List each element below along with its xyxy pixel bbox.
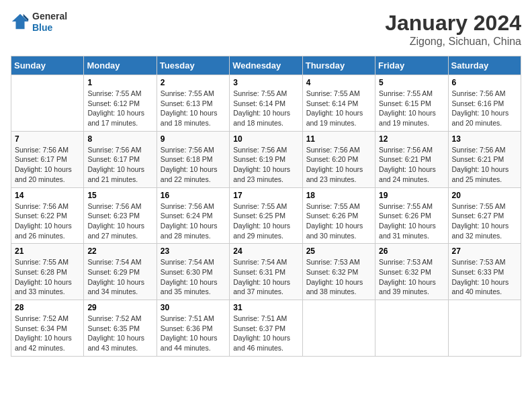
day-info: Sunrise: 7:56 AMSunset: 6:17 PMDaylight:…	[15, 145, 80, 185]
calendar-week-4: 21Sunrise: 7:55 AMSunset: 6:28 PMDayligh…	[11, 244, 521, 300]
day-number: 8	[87, 134, 152, 144]
logo-text: General Blue	[32, 11, 67, 34]
calendar-header-tuesday: Tuesday	[157, 56, 229, 75]
day-info: Sunrise: 7:56 AMSunset: 6:16 PMDaylight:…	[452, 89, 517, 128]
day-number: 22	[87, 246, 152, 256]
logo-general: General	[32, 11, 67, 22]
calendar-cell: 4Sunrise: 7:55 AMSunset: 6:14 PMDaylight…	[302, 75, 375, 132]
day-info: Sunrise: 7:56 AMSunset: 6:22 PMDaylight:…	[15, 201, 80, 241]
day-info: Sunrise: 7:56 AMSunset: 6:18 PMDaylight:…	[161, 145, 226, 185]
day-info: Sunrise: 7:56 AMSunset: 6:17 PMDaylight:…	[87, 145, 152, 185]
calendar-header-wednesday: Wednesday	[230, 56, 302, 75]
day-number: 1	[87, 78, 152, 87]
calendar-cell: 6Sunrise: 7:56 AMSunset: 6:16 PMDaylight…	[448, 75, 521, 132]
day-info: Sunrise: 7:51 AMSunset: 6:36 PMDaylight:…	[161, 314, 226, 353]
calendar-cell: 31Sunrise: 7:51 AMSunset: 6:37 PMDayligh…	[230, 300, 302, 357]
calendar-cell	[302, 300, 375, 357]
page-header: General Blue January 2024 Zigong, Sichua…	[11, 11, 521, 48]
day-info: Sunrise: 7:55 AMSunset: 6:15 PMDaylight:…	[379, 89, 444, 128]
calendar-cell: 7Sunrise: 7:56 AMSunset: 6:17 PMDaylight…	[11, 131, 84, 187]
day-number: 3	[233, 78, 298, 87]
calendar-header-thursday: Thursday	[302, 56, 375, 75]
day-info: Sunrise: 7:56 AMSunset: 6:21 PMDaylight:…	[452, 145, 517, 185]
day-info: Sunrise: 7:56 AMSunset: 6:20 PMDaylight:…	[306, 145, 371, 185]
calendar-cell	[11, 75, 84, 132]
day-number: 18	[306, 191, 371, 200]
day-number: 24	[233, 246, 298, 256]
day-number: 5	[379, 78, 444, 87]
day-number: 29	[87, 303, 152, 312]
day-info: Sunrise: 7:54 AMSunset: 6:29 PMDaylight:…	[87, 257, 152, 297]
calendar-cell	[448, 300, 521, 357]
day-info: Sunrise: 7:56 AMSunset: 6:24 PMDaylight:…	[161, 201, 226, 241]
day-number: 25	[306, 246, 371, 256]
calendar-cell: 11Sunrise: 7:56 AMSunset: 6:20 PMDayligh…	[302, 131, 375, 187]
day-info: Sunrise: 7:53 AMSunset: 6:32 PMDaylight:…	[379, 257, 444, 297]
calendar-week-1: 1Sunrise: 7:55 AMSunset: 6:12 PMDaylight…	[11, 75, 521, 132]
day-info: Sunrise: 7:55 AMSunset: 6:27 PMDaylight:…	[452, 201, 517, 241]
calendar-week-2: 7Sunrise: 7:56 AMSunset: 6:17 PMDaylight…	[11, 131, 521, 187]
calendar-cell: 12Sunrise: 7:56 AMSunset: 6:21 PMDayligh…	[375, 131, 448, 187]
day-info: Sunrise: 7:53 AMSunset: 6:32 PMDaylight:…	[306, 257, 371, 297]
calendar-cell: 10Sunrise: 7:56 AMSunset: 6:19 PMDayligh…	[230, 131, 302, 187]
calendar-cell: 23Sunrise: 7:54 AMSunset: 6:30 PMDayligh…	[157, 244, 229, 300]
calendar-body: 1Sunrise: 7:55 AMSunset: 6:12 PMDaylight…	[11, 75, 521, 357]
logo-icon	[11, 13, 30, 32]
day-number: 20	[452, 191, 517, 200]
calendar-cell: 24Sunrise: 7:54 AMSunset: 6:31 PMDayligh…	[230, 244, 302, 300]
day-number: 21	[15, 246, 80, 256]
day-info: Sunrise: 7:56 AMSunset: 6:23 PMDaylight:…	[87, 201, 152, 241]
day-info: Sunrise: 7:52 AMSunset: 6:35 PMDaylight:…	[87, 314, 152, 353]
calendar-cell: 14Sunrise: 7:56 AMSunset: 6:22 PMDayligh…	[11, 187, 84, 244]
calendar-header-friday: Friday	[375, 56, 448, 75]
calendar-header-monday: Monday	[84, 56, 157, 75]
day-number: 30	[161, 303, 226, 312]
calendar-cell: 28Sunrise: 7:52 AMSunset: 6:34 PMDayligh…	[11, 300, 84, 357]
calendar-cell: 1Sunrise: 7:55 AMSunset: 6:12 PMDaylight…	[84, 75, 157, 132]
day-number: 11	[306, 134, 371, 144]
logo: General Blue	[11, 11, 67, 34]
day-info: Sunrise: 7:55 AMSunset: 6:26 PMDaylight:…	[306, 201, 371, 241]
day-number: 9	[161, 134, 226, 144]
calendar-week-5: 28Sunrise: 7:52 AMSunset: 6:34 PMDayligh…	[11, 300, 521, 357]
calendar-cell: 22Sunrise: 7:54 AMSunset: 6:29 PMDayligh…	[84, 244, 157, 300]
calendar-cell: 17Sunrise: 7:55 AMSunset: 6:25 PMDayligh…	[230, 187, 302, 244]
calendar-cell: 13Sunrise: 7:56 AMSunset: 6:21 PMDayligh…	[448, 131, 521, 187]
day-info: Sunrise: 7:55 AMSunset: 6:13 PMDaylight:…	[161, 89, 226, 128]
calendar-cell: 29Sunrise: 7:52 AMSunset: 6:35 PMDayligh…	[84, 300, 157, 357]
calendar-cell: 21Sunrise: 7:55 AMSunset: 6:28 PMDayligh…	[11, 244, 84, 300]
day-number: 4	[306, 78, 371, 87]
calendar-cell: 20Sunrise: 7:55 AMSunset: 6:27 PMDayligh…	[448, 187, 521, 244]
day-number: 15	[87, 191, 152, 200]
calendar-cell: 15Sunrise: 7:56 AMSunset: 6:23 PMDayligh…	[84, 187, 157, 244]
day-number: 13	[452, 134, 517, 144]
calendar-cell: 25Sunrise: 7:53 AMSunset: 6:32 PMDayligh…	[302, 244, 375, 300]
day-info: Sunrise: 7:55 AMSunset: 6:25 PMDaylight:…	[233, 201, 298, 241]
calendar-cell: 2Sunrise: 7:55 AMSunset: 6:13 PMDaylight…	[157, 75, 229, 132]
calendar-cell: 19Sunrise: 7:55 AMSunset: 6:26 PMDayligh…	[375, 187, 448, 244]
day-info: Sunrise: 7:55 AMSunset: 6:12 PMDaylight:…	[87, 89, 152, 128]
calendar-cell: 26Sunrise: 7:53 AMSunset: 6:32 PMDayligh…	[375, 244, 448, 300]
page-title: January 2024	[385, 11, 521, 36]
calendar-cell: 16Sunrise: 7:56 AMSunset: 6:24 PMDayligh…	[157, 187, 229, 244]
day-info: Sunrise: 7:51 AMSunset: 6:37 PMDaylight:…	[233, 314, 298, 353]
calendar-header-row: SundayMondayTuesdayWednesdayThursdayFrid…	[11, 56, 521, 75]
day-number: 12	[379, 134, 444, 144]
day-info: Sunrise: 7:52 AMSunset: 6:34 PMDaylight:…	[15, 314, 80, 353]
day-number: 14	[15, 191, 80, 200]
calendar-cell: 8Sunrise: 7:56 AMSunset: 6:17 PMDaylight…	[84, 131, 157, 187]
logo-blue: Blue	[32, 22, 67, 34]
calendar-cell: 18Sunrise: 7:55 AMSunset: 6:26 PMDayligh…	[302, 187, 375, 244]
day-number: 10	[233, 134, 298, 144]
day-number: 7	[15, 134, 80, 144]
day-info: Sunrise: 7:56 AMSunset: 6:19 PMDaylight:…	[233, 145, 298, 185]
day-number: 27	[452, 246, 517, 256]
calendar-cell: 5Sunrise: 7:55 AMSunset: 6:15 PMDaylight…	[375, 75, 448, 132]
day-info: Sunrise: 7:54 AMSunset: 6:30 PMDaylight:…	[161, 257, 226, 297]
calendar-cell: 27Sunrise: 7:53 AMSunset: 6:33 PMDayligh…	[448, 244, 521, 300]
calendar-table: SundayMondayTuesdayWednesdayThursdayFrid…	[11, 56, 521, 357]
day-number: 23	[161, 246, 226, 256]
day-info: Sunrise: 7:55 AMSunset: 6:28 PMDaylight:…	[15, 257, 80, 297]
day-info: Sunrise: 7:56 AMSunset: 6:21 PMDaylight:…	[379, 145, 444, 185]
day-number: 6	[452, 78, 517, 87]
